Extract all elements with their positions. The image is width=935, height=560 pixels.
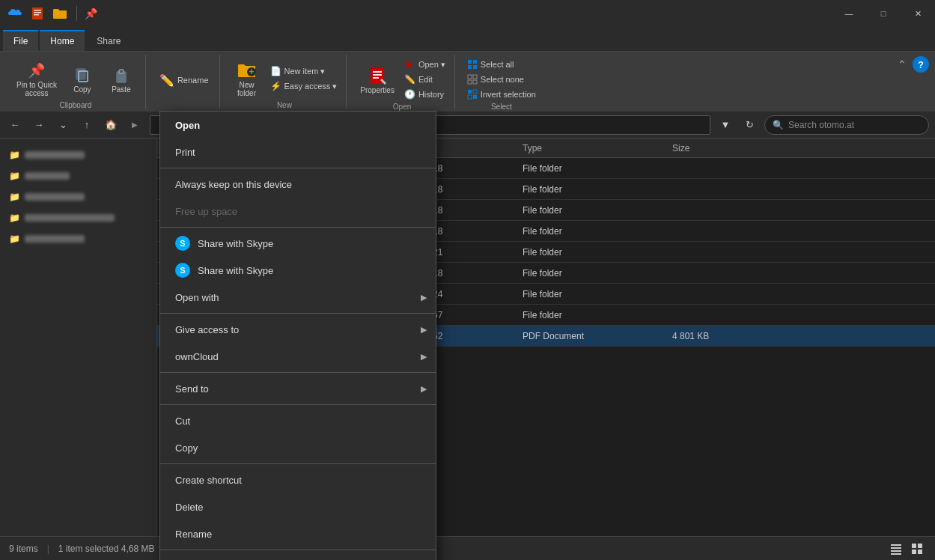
ribbon-right-controls: ⌃ ?	[898, 52, 929, 73]
nav-forward-small[interactable]: ▶	[126, 116, 144, 134]
expand-button[interactable]: ⌄	[54, 116, 72, 134]
svg-rect-31	[891, 553, 901, 555]
ctx-sep-2	[160, 227, 436, 228]
path-dropdown-button[interactable]: ▼	[716, 116, 734, 134]
select-group: Select all Select none	[458, 55, 545, 109]
ctx-always-keep[interactable]: Always keep on this device	[160, 171, 436, 198]
ctx-open[interactable]: Open	[160, 112, 436, 139]
large-icons-view-button[interactable]	[908, 540, 926, 558]
file-type: File folder	[523, 184, 672, 195]
status-bar: 9 items | 1 item selected 4,68 MB | Avai…	[0, 536, 935, 560]
copy-button[interactable]: Copy	[64, 62, 100, 96]
window-controls: — □ ✕	[832, 0, 935, 27]
svg-rect-21	[473, 80, 477, 84]
ctx-properties[interactable]: Properties	[160, 553, 436, 560]
ctx-copy[interactable]: Copy	[160, 434, 436, 461]
selected-info: 1 item selected 4,68 MB	[58, 544, 155, 554]
sidebar-item-4[interactable]: 📁	[0, 207, 156, 228]
column-type[interactable]: Type	[523, 143, 672, 153]
sidebar-item-1[interactable]: 📁	[0, 144, 156, 165]
collapse-ribbon-button[interactable]: ⌃	[898, 58, 907, 70]
onedrive-icon	[6, 4, 24, 22]
sidebar-label-1	[25, 151, 85, 159]
new-item-button[interactable]: 📄 New item ▾	[268, 64, 341, 78]
ribbon-tabs: File Home Share	[0, 27, 935, 51]
history-icon: 🕐	[405, 89, 415, 100]
item-count: 9 items	[9, 544, 38, 554]
pdf-size: 4 801 KB	[672, 331, 762, 341]
send-to-arrow: ▶	[421, 384, 427, 394]
ctx-delete[interactable]: Delete	[160, 493, 436, 520]
svg-rect-25	[473, 95, 477, 99]
svg-rect-34	[912, 550, 916, 554]
rename-group: ✏️ Rename	[149, 55, 220, 109]
ribbon-content: 📌 Pin to Quickaccess Copy	[0, 52, 935, 112]
give-access-arrow: ▶	[421, 325, 427, 335]
sidebar-label-2	[25, 172, 70, 180]
paste-button[interactable]: Paste	[103, 62, 139, 96]
svg-rect-24	[468, 95, 472, 99]
easy-access-button[interactable]: ⚡ Easy access ▾	[268, 79, 341, 93]
new-folder-button[interactable]: + Newfolder	[229, 58, 265, 100]
up-button[interactable]: ↑	[78, 116, 96, 134]
ctx-owncloud[interactable]: ownCloud ▶	[160, 343, 436, 370]
ctx-give-access[interactable]: Give access to ▶	[160, 316, 436, 343]
back-button[interactable]: ←	[6, 116, 24, 134]
column-size[interactable]: Size	[672, 143, 762, 153]
rename-icon: ✏️	[159, 73, 174, 88]
view-controls	[887, 540, 926, 558]
svg-rect-5	[76, 69, 85, 79]
ctx-create-shortcut[interactable]: Create shortcut	[160, 466, 436, 493]
edit-button[interactable]: ✏️ Edit	[402, 73, 448, 86]
ctx-share-skype-2[interactable]: S Share with Skype	[160, 257, 436, 284]
forward-button[interactable]: →	[30, 116, 48, 134]
open-icon	[405, 59, 415, 70]
refresh-button[interactable]: ↻	[740, 116, 758, 134]
ctx-sep-5	[160, 404, 436, 405]
clipboard-label: Clipboard	[60, 101, 92, 109]
maximize-button[interactable]: □	[866, 0, 901, 27]
tab-share[interactable]: Share	[86, 30, 131, 51]
new-folder-icon: +	[237, 60, 258, 81]
open-group: Properties Open ▾ ✏️ Edit 🕐	[350, 55, 455, 109]
status-sep-1: |	[47, 544, 49, 554]
rename-button[interactable]: ✏️ Rename	[155, 71, 213, 90]
pin-icon: 📌	[26, 60, 47, 81]
open-button[interactable]: Open ▾	[402, 58, 448, 71]
select-all-button[interactable]: Select all	[464, 58, 539, 71]
svg-rect-11	[373, 71, 382, 73]
select-none-button[interactable]: Select none	[464, 73, 539, 86]
search-box[interactable]: 🔍 Search otomo.at	[764, 115, 929, 135]
sidebar-item-3[interactable]: 📁	[0, 186, 156, 207]
svg-rect-0	[32, 7, 43, 19]
sidebar-label-5	[25, 235, 85, 243]
new-item-area: 📄 New item ▾ ⚡ Easy access ▾	[268, 64, 341, 93]
minimize-button[interactable]: —	[832, 0, 866, 27]
ctx-send-to[interactable]: Send to ▶	[160, 375, 436, 402]
svg-rect-12	[373, 74, 382, 76]
help-button[interactable]: ?	[913, 56, 929, 73]
ctx-open-with[interactable]: Open with ▶	[160, 284, 436, 311]
sidebar-item-5[interactable]: 📁	[0, 228, 156, 249]
properties-button[interactable]: Properties	[356, 63, 399, 97]
pin-to-quick-access-button[interactable]: 📌 Pin to Quickaccess	[12, 58, 61, 100]
sidebar-icon-2: 📁	[9, 171, 20, 181]
history-button[interactable]: 🕐 History	[402, 88, 448, 101]
ctx-share-skype-1[interactable]: S Share with Skype	[160, 230, 436, 257]
close-button[interactable]: ✕	[901, 0, 935, 27]
select-actions: Select all Select none	[464, 58, 539, 101]
folder-icon-titlebar	[51, 4, 69, 22]
sidebar-item-2[interactable]: 📁	[0, 165, 156, 186]
ctx-print[interactable]: Print	[160, 139, 436, 165]
svg-rect-16	[468, 65, 472, 69]
details-view-button[interactable]	[887, 540, 905, 558]
tab-home[interactable]: Home	[40, 30, 85, 51]
invert-selection-button[interactable]: Invert selection	[464, 88, 539, 101]
tab-file[interactable]: File	[3, 30, 38, 51]
ctx-cut[interactable]: Cut	[160, 407, 436, 434]
notepad-icon	[28, 4, 46, 22]
pin-icon-titlebar: 📌	[85, 7, 97, 19]
svg-rect-15	[473, 60, 477, 64]
ctx-rename[interactable]: Rename	[160, 520, 436, 547]
clipboard-group: 📌 Pin to Quickaccess Copy	[6, 55, 146, 109]
